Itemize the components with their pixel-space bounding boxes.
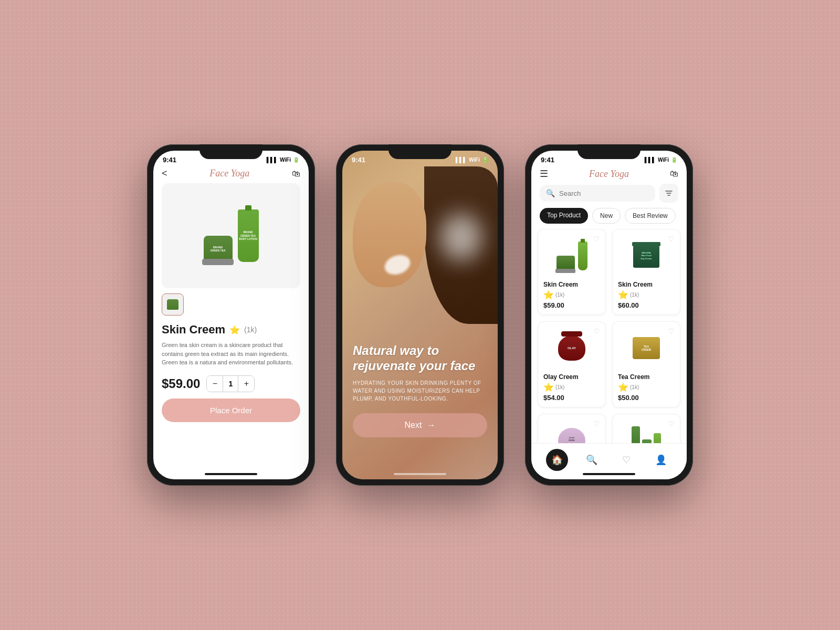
splash-subtext: Hydrating your skin Drinking plenty of w… — [353, 379, 487, 403]
tea-jar: TEACREEM — [633, 337, 660, 359]
cream-jar-label: BRANDGREEN TEA — [210, 246, 225, 252]
product-rating-3: ⭐ (1k) — [543, 382, 600, 392]
status-time-1: 9:41 — [163, 156, 176, 164]
review-3: (1k) — [555, 384, 564, 390]
heart-icon-2[interactable]: ♡ — [668, 235, 675, 243]
next-arrow: → — [427, 421, 435, 430]
green-tube — [578, 242, 587, 270]
product-name-3: Olay Creem — [543, 373, 600, 381]
phone-1: 9:41 ▌▌▌ WiFi 🔋 < Face Yoga 🛍 BRANDGREEN… — [147, 144, 315, 486]
nav-search[interactable]: 🔍 — [581, 449, 603, 471]
filter-icon — [665, 189, 673, 197]
product-name-section: Skin Creem ⭐ (1k) — [153, 321, 309, 338]
listing-header: ☰ Face Yoga 🛍 — [531, 166, 687, 184]
nav-home[interactable]: 🏠 — [546, 449, 568, 471]
wifi-icon: WiFi — [280, 157, 291, 163]
weleda-jar: WELEDASkin FoodDay Cream — [633, 244, 659, 268]
product-card-1[interactable]: ♡ Skin Creem ⭐ (1k) $59.00 — [538, 229, 606, 315]
product-detail-header: < Face Yoga 🛍 — [153, 166, 309, 183]
heart-icon-3[interactable]: ♡ — [593, 327, 600, 335]
notch-1 — [200, 144, 262, 159]
green-jar — [556, 256, 575, 270]
filter-button[interactable] — [659, 184, 678, 203]
cream-jar-img: BRANDGREEN TEA — [204, 236, 233, 262]
splash-content: Natural way to rejuvenate your face Hydr… — [342, 333, 498, 479]
notch-2 — [388, 144, 452, 159]
cart-icon-phone3[interactable]: 🛍 — [670, 169, 678, 178]
heart-icon-1[interactable]: ♡ — [593, 235, 600, 243]
heart-icon-6[interactable]: ♡ — [668, 419, 675, 428]
review-count: (1k) — [244, 326, 257, 334]
search-input[interactable] — [559, 190, 649, 197]
menu-button[interactable]: ☰ — [540, 168, 548, 180]
back-button[interactable]: < — [162, 168, 167, 179]
product-thumbnails — [153, 288, 309, 321]
weleda-label: WELEDASkin FoodDay Cream — [641, 251, 652, 260]
product-card-4[interactable]: ♡ TEACREEM Tea Creem ⭐ (1k) $50.00 — [612, 321, 680, 407]
search-box[interactable]: 🔍 — [540, 185, 655, 202]
signal-icon: ▌▌▌ — [267, 157, 278, 163]
star-1: ⭐ — [543, 290, 554, 300]
product-rating-1: ⭐ (1k) — [543, 290, 600, 300]
product-card-6[interactable]: ♡ — [612, 414, 680, 443]
product-card-3[interactable]: ♡ OLAY Olay Creem ⭐ (1k) $54.00 — [538, 321, 606, 407]
product-image-area: BRANDGREEN TEA BRANDGREEN TEABODY LOTION — [162, 183, 300, 288]
search-icon: 🔍 — [546, 189, 555, 197]
nav-favorites[interactable]: ♡ — [615, 449, 637, 471]
home-indicator-1 — [205, 473, 257, 475]
fresh-jar: freshROSEface cream — [558, 428, 585, 443]
cream-tube-img: BRANDGREEN TEABODY LOTION — [238, 209, 259, 262]
green-set — [632, 426, 661, 444]
profile-nav-icon: 👤 — [655, 454, 667, 466]
search-row: 🔍 — [531, 184, 687, 208]
fresh-label: freshROSEface cream — [566, 436, 578, 443]
phone1-screen: 9:41 ▌▌▌ WiFi 🔋 < Face Yoga 🛍 BRANDGREEN… — [153, 151, 309, 479]
quantity-increase-button[interactable]: + — [238, 376, 254, 392]
product-name: Skin Creem — [162, 323, 225, 337]
product-card-5[interactable]: ♡ freshROSEface cream fresh — [538, 414, 606, 443]
tab-top-product[interactable]: Top Product — [540, 208, 588, 224]
product-card-2[interactable]: ♡ WELEDASkin FoodDay Cream Skin Creem ⭐ … — [612, 229, 680, 315]
app-title-phone3: Face Yoga — [589, 169, 629, 180]
product-price-3: $54.00 — [543, 394, 600, 402]
product-name-4: Tea Creem — [618, 373, 675, 381]
battery-icon: 🔋 — [293, 157, 299, 163]
tab-new[interactable]: New — [592, 208, 621, 224]
cart-icon-phone1[interactable]: 🛍 — [292, 169, 300, 178]
quantity-control: − 1 + — [206, 375, 255, 392]
home-icon: 🏠 — [551, 454, 563, 466]
face-highlight — [440, 214, 482, 261]
tea-label: TEACREEM — [642, 345, 651, 351]
nav-profile[interactable]: 👤 — [650, 449, 672, 471]
product-image-4: TEACREEM — [618, 327, 675, 369]
cream-tube-label: BRANDGREEN TEABODY LOTION — [239, 230, 257, 241]
tab-best-review[interactable]: Best Review — [625, 208, 676, 224]
green-bottle-3 — [654, 433, 661, 444]
heart-icon-5[interactable]: ♡ — [593, 419, 600, 428]
product-image-1 — [543, 235, 600, 277]
olay-label: OLAY — [568, 346, 576, 350]
home-indicator-2 — [394, 473, 446, 475]
status-icons-3: ▌▌▌ WiFi 🔋 — [645, 157, 677, 163]
product-price-1: $59.00 — [543, 301, 600, 309]
wifi-icon-2: WiFi — [469, 157, 480, 163]
review-4: (1k) — [630, 384, 639, 390]
product-price-2: $60.00 — [618, 301, 675, 309]
status-icons-1: ▌▌▌ WiFi 🔋 — [267, 157, 299, 163]
product-img-container: BRANDGREEN TEA BRANDGREEN TEABODY LOTION — [204, 209, 259, 262]
quantity-decrease-button[interactable]: − — [207, 376, 223, 392]
star-2: ⭐ — [618, 290, 628, 300]
phone-2: 9:41 ▌▌▌ WiFi 🔋 Natural way to rejuvenat… — [336, 144, 504, 486]
product-description: Green tea skin cream is a skincare produ… — [153, 338, 309, 370]
next-button[interactable]: Next → — [353, 413, 487, 437]
thumbnail-1[interactable] — [162, 293, 184, 316]
green-bottle-2 — [642, 439, 652, 444]
product-image-3: OLAY — [543, 327, 600, 369]
heart-icon-4[interactable]: ♡ — [668, 327, 675, 335]
splash-headline: Natural way to rejuvenate your face — [353, 343, 487, 374]
place-order-button[interactable]: Place Order — [162, 398, 300, 422]
wifi-icon-3: WiFi — [658, 157, 669, 163]
product-price: $59.00 — [162, 376, 200, 391]
product-image-6 — [618, 419, 675, 443]
filter-tabs: Top Product New Best Review — [531, 208, 687, 229]
